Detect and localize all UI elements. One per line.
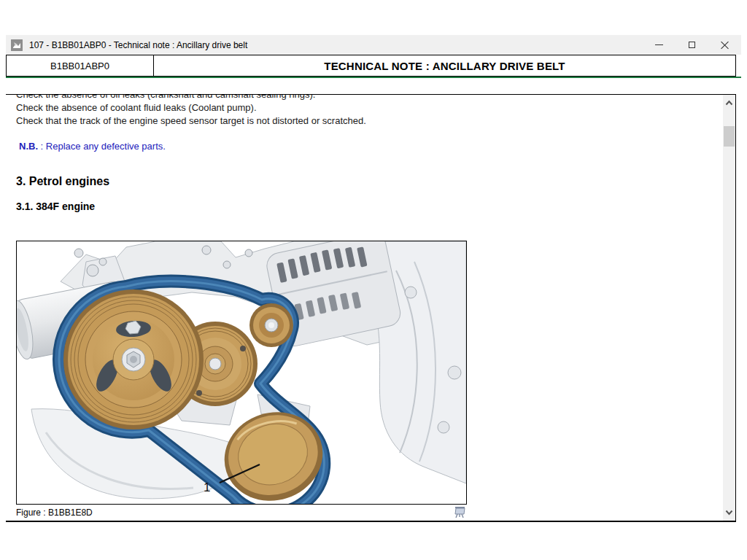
idler-pulley — [249, 303, 293, 347]
maximize-icon — [689, 42, 695, 48]
titlebar: 107 - B1BB01ABP0 - Technical note : Anci… — [6, 35, 741, 55]
document-content-pane: Check the absence of oil leaks (cranksha… — [6, 94, 736, 522]
paragraph-line: Check that the track of the engine speed… — [16, 114, 366, 128]
subsection-heading: 3.1. 384F engine — [16, 201, 95, 212]
paragraph-line: Check the absence of oil leaks (cranksha… — [16, 95, 366, 101]
nb-text: Replace any defective parts. — [46, 141, 166, 152]
figure-frame: 1 — [16, 241, 467, 505]
section-heading: 3. Petrol engines — [16, 175, 109, 188]
callout-label: 1 — [204, 481, 210, 494]
instruction-paragraphs: Check the absence of oil leaks (cranksha… — [16, 95, 366, 128]
maximize-button[interactable] — [676, 35, 708, 55]
engine-belt-illustration: 1 — [17, 241, 466, 504]
document-code: B1BB01ABP0 — [7, 55, 154, 76]
figure-viewer-button[interactable] — [453, 505, 468, 519]
crankshaft-pulley — [63, 289, 204, 429]
window-title: 107 - B1BB01ABP0 - Technical note : Anci… — [29, 40, 247, 50]
nb-separator: : — [38, 141, 46, 152]
paragraph-line: Check the absence of coolant fluid leaks… — [16, 101, 366, 114]
scroll-up-button[interactable] — [723, 96, 735, 110]
scrollbar-thumb[interactable] — [724, 126, 735, 147]
figure-caption: Figure : B1BB1E8D — [16, 508, 93, 518]
chevron-down-icon — [724, 508, 734, 517]
nb-note: N.B. : Replace any defective parts. — [19, 141, 166, 152]
app-icon — [11, 39, 23, 51]
minimize-button[interactable] — [643, 35, 676, 55]
header-accent-rule — [6, 77, 741, 78]
close-icon — [721, 41, 729, 49]
close-button[interactable] — [708, 35, 741, 55]
minimize-icon — [655, 44, 663, 45]
application-window: 107 - B1BB01ABP0 - Technical note : Anci… — [6, 35, 741, 524]
document-header: B1BB01ABP0 TECHNICAL NOTE : ANCILLARY DR… — [6, 55, 736, 77]
document-title: TECHNICAL NOTE : ANCILLARY DRIVE BELT — [154, 55, 735, 76]
scroll-down-button[interactable] — [723, 505, 735, 519]
vertical-scrollbar[interactable] — [723, 95, 735, 521]
presentation-screen-icon — [453, 505, 468, 519]
nb-label: N.B. — [19, 141, 38, 152]
chevron-up-icon — [724, 98, 734, 108]
